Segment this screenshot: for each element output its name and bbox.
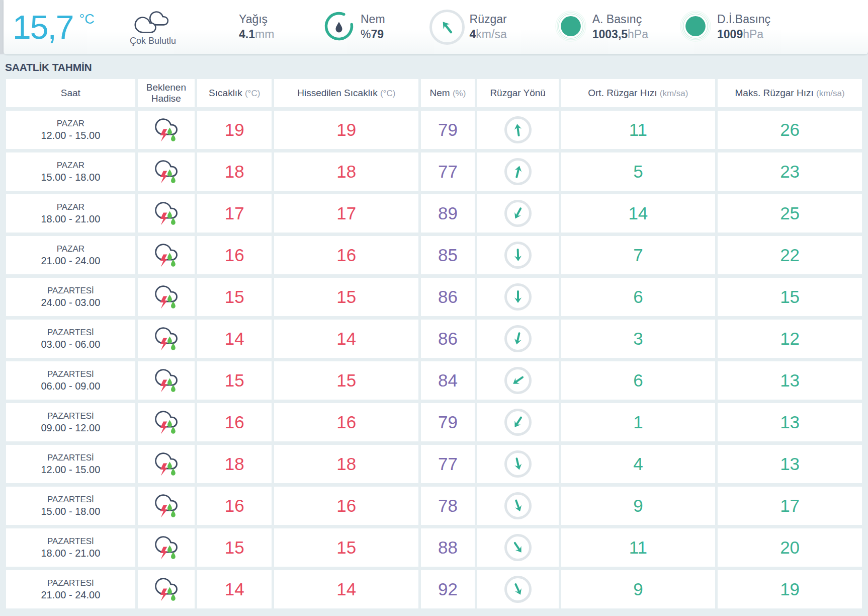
time-slot-cell: PAZARTESİ21.00 - 24.00: [6, 570, 135, 608]
avg-wind-speed-cell: 1: [561, 403, 716, 441]
day-label: PAZAR: [7, 161, 135, 171]
time-slot-cell: PAZAR21.00 - 24.00: [6, 236, 135, 274]
storm-rain-icon: [152, 408, 180, 435]
column-header: Hissedilen Sıcaklık (°C): [274, 79, 418, 107]
wind-direction-icon: [429, 10, 465, 45]
station-pressure-label: A. Basınç: [592, 12, 642, 27]
header-label: Ort. Rüzgar Hızı: [588, 88, 657, 98]
clouds-icon: [132, 9, 173, 36]
time-slot-cell: PAZARTESİ06.00 - 09.00: [6, 361, 135, 400]
day-label: PAZAR: [7, 119, 135, 129]
time-slot-cell: PAZARTESİ03.00 - 06.00: [6, 320, 135, 358]
storm-rain-icon: [152, 115, 180, 142]
storm-rain-icon: [152, 324, 180, 351]
max-wind-speed-cell: 13: [718, 361, 862, 400]
header-unit: (km/sa): [816, 89, 845, 98]
time-slot-cell: PAZARTESİ12.00 - 15.00: [6, 445, 135, 483]
time-slot-cell: PAZARTESİ24.00 - 03.00: [6, 278, 135, 316]
humidity-cell: 88: [421, 528, 475, 567]
temperature-cell: 15: [197, 361, 272, 400]
current-conditions-bar: 15,7 °C Çok Bulutlu Yağış 4.1mm: [4, 0, 868, 54]
feels-like-cell: 18: [274, 445, 418, 483]
avg-wind-speed-cell: 5: [561, 152, 716, 191]
current-temperature: 15,7 °C: [13, 11, 113, 44]
wind-direction-cell: [477, 111, 559, 149]
humidity-cell: 77: [421, 152, 475, 191]
current-condition: Çok Bulutlu: [123, 9, 183, 46]
time-range: 21.00 - 24.00: [7, 589, 135, 601]
humidity-cell: 84: [421, 361, 475, 400]
feels-like-cell: 17: [274, 194, 418, 233]
column-header: Beklenen Hadise: [138, 79, 195, 107]
wind-direction-icon: [504, 492, 532, 519]
humidity-value: %79: [361, 27, 384, 42]
wind-arrow: [509, 497, 527, 515]
humidity-cell: 79: [421, 403, 475, 441]
forecast-row: PAZARTESİ03.00 - 06.00 141486 312: [6, 320, 862, 358]
wind-arrow: [509, 330, 527, 347]
wind-direction-cell: [477, 361, 559, 400]
humidity-label: Nem: [361, 12, 385, 27]
day-label: PAZARTESİ: [7, 453, 135, 463]
time-range: 15.00 - 18.00: [7, 506, 135, 517]
humidity-cell: 86: [421, 320, 475, 358]
temperature-unit: °C: [79, 12, 94, 27]
header-label: Rüzgar Yönü: [490, 88, 546, 98]
expected-event-cell: [138, 194, 195, 233]
feels-like-cell: 14: [274, 570, 418, 608]
max-wind-speed-cell: 15: [718, 278, 862, 316]
precipitation-metric: Yağış 4.1mm: [239, 12, 282, 42]
wind-arrow: [509, 163, 527, 180]
time-slot-cell: PAZAR15.00 - 18.00: [6, 152, 135, 191]
time-range: 15.00 - 18.00: [7, 172, 135, 183]
header-unit: (°C): [380, 89, 395, 98]
max-wind-speed-cell: 22: [718, 236, 862, 274]
max-wind-speed-cell: 13: [718, 445, 862, 483]
time-slot-cell: PAZARTESİ09.00 - 12.00: [6, 403, 135, 441]
max-wind-speed-cell: 20: [718, 528, 862, 567]
storm-rain-icon: [152, 199, 180, 226]
day-label: PAZARTESİ: [7, 286, 135, 296]
wind-direction-cell: [477, 487, 559, 525]
time-slot-cell: PAZARTESİ15.00 - 18.00: [6, 487, 135, 525]
feels-like-cell: 15: [274, 361, 418, 400]
forecast-row: PAZAR15.00 - 18.00 181877 523: [6, 152, 862, 191]
station-pressure-value: 1003,5hPa: [592, 27, 648, 42]
time-slot-cell: PAZAR18.00 - 21.00: [6, 194, 135, 233]
time-slot-cell: PAZARTESİ18.00 - 21.00: [6, 528, 135, 567]
temperature-cell: 15: [197, 278, 272, 316]
temperature-cell: 16: [197, 487, 272, 525]
feels-like-cell: 15: [274, 528, 418, 567]
station-pressure-metric: A. Basınç 1003,5hPa: [554, 10, 648, 45]
wind-direction-icon: [504, 534, 532, 561]
hourly-forecast-table: SaatBeklenen HadiseSıcaklık (°C)Hissedil…: [4, 75, 864, 612]
wind-direction-icon: [504, 409, 532, 436]
expected-event-cell: [138, 487, 195, 525]
feels-like-cell: 16: [274, 403, 418, 441]
time-range: 09.00 - 12.00: [7, 422, 135, 434]
forecast-row: PAZARTESİ06.00 - 09.00 151584 613: [6, 361, 862, 400]
day-label: PAZARTESİ: [7, 369, 135, 379]
time-range: 03.00 - 06.00: [7, 339, 135, 350]
left-edge-strip: [0, 0, 4, 54]
time-range: 12.00 - 15.00: [7, 130, 135, 141]
expected-event-cell: [138, 528, 195, 567]
wind-direction-cell: [477, 445, 559, 483]
feels-like-cell: 16: [274, 487, 418, 525]
storm-rain-icon: [152, 491, 180, 518]
wind-arrow: [508, 538, 528, 558]
avg-wind-speed-cell: 4: [561, 445, 716, 483]
sea-level-pressure-metric: D.İ.Basınç 1009hPa: [679, 10, 770, 45]
max-wind-speed-cell: 25: [718, 194, 862, 233]
expected-event-cell: [138, 111, 195, 149]
wind-arrow: [511, 290, 525, 304]
avg-wind-speed-cell: 6: [561, 361, 716, 400]
wind-direction-cell: [477, 278, 559, 316]
wind-direction-icon: [504, 242, 532, 269]
forecast-row: PAZARTESİ24.00 - 03.00 151586 615: [6, 278, 862, 316]
wind-arrow: [508, 413, 528, 432]
header-label: Hissedilen Sıcaklık: [297, 88, 377, 98]
column-header: Ort. Rüzgar Hızı (km/sa): [561, 79, 716, 107]
temperature-cell: 15: [197, 528, 272, 567]
feels-like-cell: 19: [274, 111, 418, 149]
